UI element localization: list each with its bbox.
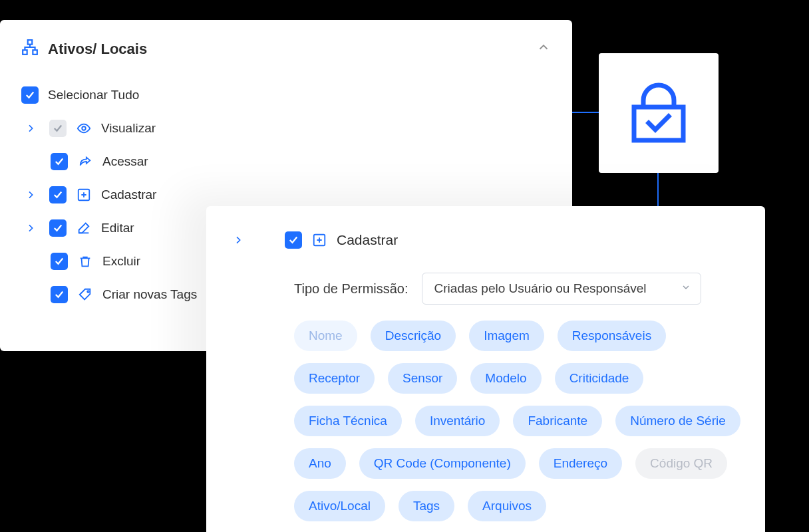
- checkbox-acessar[interactable]: [51, 153, 68, 170]
- svg-point-6: [87, 291, 89, 293]
- svg-rect-3: [33, 50, 37, 55]
- tag-icon: [77, 287, 93, 302]
- field-chip[interactable]: QR Code (Componente): [359, 448, 526, 479]
- tree-row-select-all[interactable]: Selecionar Tudo: [21, 78, 551, 112]
- permission-detail-card: Cadastrar Tipo de Permissão: Criadas pel…: [206, 206, 765, 532]
- chevron-right-icon[interactable]: [21, 223, 40, 233]
- permission-type-select[interactable]: Criadas pelo Usuário ou Responsável: [422, 273, 701, 305]
- lock-tile: [599, 53, 719, 173]
- field-chip[interactable]: Número de Série: [615, 406, 740, 436]
- field-chip[interactable]: Tags: [399, 491, 454, 521]
- checkbox-excluir[interactable]: [51, 253, 68, 270]
- permission-type-row: Tipo de Permissão: Criadas pelo Usuário …: [294, 273, 742, 305]
- edit-icon: [76, 221, 92, 235]
- field-chip[interactable]: Receptor: [294, 363, 375, 394]
- field-chip[interactable]: Imagem: [469, 321, 544, 351]
- svg-rect-2: [23, 50, 27, 55]
- field-chip[interactable]: Sensor: [388, 363, 457, 394]
- checkbox-cadastrar[interactable]: [49, 186, 67, 203]
- plus-square-icon: [311, 233, 327, 247]
- field-chip[interactable]: Criticidade: [555, 363, 644, 394]
- section-header[interactable]: Ativos/ Locais: [21, 39, 551, 60]
- checkbox-detail-cadastrar[interactable]: [285, 231, 302, 249]
- checkbox-select-all[interactable]: [21, 86, 39, 104]
- chevron-right-icon[interactable]: [21, 190, 40, 200]
- tree-row-visualizar[interactable]: Visualizar: [21, 112, 551, 145]
- section-title: Ativos/ Locais: [48, 41, 147, 58]
- field-chip[interactable]: Descrição: [371, 321, 456, 351]
- field-chip[interactable]: Nome: [294, 321, 357, 351]
- tree-item-label: Criar novas Tags: [102, 287, 197, 302]
- lock-check-icon: [622, 75, 695, 151]
- tree-item-label: Editar: [101, 221, 134, 235]
- chevron-down-icon: [681, 281, 691, 296]
- chevron-right-icon[interactable]: [229, 235, 247, 245]
- eye-icon: [76, 121, 92, 136]
- svg-rect-1: [28, 40, 33, 44]
- tree-row-acessar[interactable]: Acessar: [21, 145, 551, 178]
- tree-item-label: Excluir: [102, 254, 140, 269]
- share-forward-icon: [77, 154, 93, 169]
- field-chip[interactable]: Ano: [294, 448, 346, 479]
- chevron-right-icon[interactable]: [21, 123, 40, 134]
- trash-icon: [77, 254, 93, 269]
- detail-node-title: Cadastrar: [337, 232, 398, 248]
- field-chip[interactable]: Arquivos: [468, 491, 546, 521]
- checkbox-visualizar[interactable]: [49, 120, 67, 137]
- tree-item-label: Cadastrar: [101, 188, 156, 202]
- field-chip[interactable]: Endereço: [539, 448, 622, 479]
- detail-header-row[interactable]: Cadastrar: [229, 223, 742, 257]
- sitemap-icon: [21, 39, 39, 60]
- field-chip[interactable]: Fabricante: [513, 406, 602, 436]
- field-chip[interactable]: Inventário: [415, 406, 500, 436]
- permission-type-label: Tipo de Permissão:: [294, 281, 408, 297]
- plus-square-icon: [76, 188, 92, 202]
- chevron-up-icon: [536, 40, 551, 59]
- checkbox-editar[interactable]: [49, 219, 67, 237]
- field-chip[interactable]: Ativo/Local: [294, 491, 385, 521]
- tree-item-label: Visualizar: [101, 121, 156, 136]
- tree-item-label: Acessar: [102, 154, 148, 169]
- select-all-label: Selecionar Tudo: [48, 88, 139, 102]
- field-chip[interactable]: Ficha Técnica: [294, 406, 402, 436]
- checkbox-criar-tags[interactable]: [51, 286, 68, 303]
- field-chip[interactable]: Código QR: [635, 448, 727, 479]
- svg-point-4: [82, 126, 86, 130]
- permission-type-value: Criadas pelo Usuário ou Responsável: [434, 281, 647, 295]
- permission-chips: NomeDescriçãoImagemResponsáveisReceptorS…: [294, 321, 742, 521]
- field-chip[interactable]: Modelo: [470, 363, 541, 394]
- field-chip[interactable]: Responsáveis: [558, 321, 666, 351]
